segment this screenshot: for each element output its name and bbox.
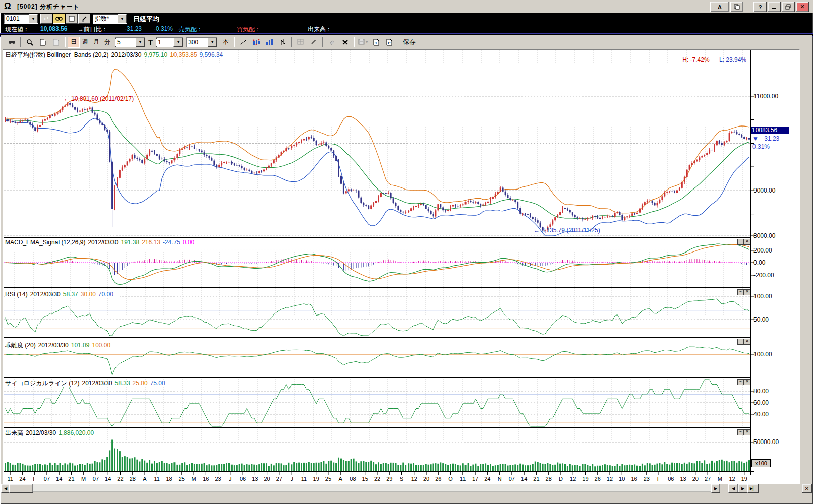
page-print-icon: P [386,39,392,46]
bar-count-combo[interactable]: 300 ▼ [186,37,217,47]
symbol-code-combo[interactable]: 0101 ▼ [4,14,38,24]
divider [20,37,21,47]
page-export-button[interactable]: 9 [370,37,382,48]
divider [322,37,323,47]
panel-minimize-button[interactable]: − [737,379,744,385]
period-week-button[interactable]: 週 [80,37,91,47]
tick-label: T [148,38,153,46]
x-axis-label: 19 [582,476,588,482]
eraser-button[interactable] [326,37,338,48]
x-axis-label: 18 [166,476,172,482]
panel-close-button[interactable]: ✕ [744,339,750,345]
x-axis-label: 29 [386,476,392,482]
t-combo[interactable]: 1 ▼ [156,37,183,47]
svg-text:P: P [388,41,391,45]
save-button[interactable]: 保存 [399,37,419,47]
pencil-icon [310,39,317,45]
scrollbar-thumb[interactable] [9,484,33,493]
x-axis-label: D [559,476,563,482]
brush-icon [81,16,88,22]
magnifier-icon [26,39,33,46]
period-minute-button[interactable]: 分 [102,37,113,47]
restore-button[interactable] [782,2,795,12]
chevron-down-icon: ▼ [365,40,369,44]
price-change-pct: 0.31% [752,143,770,150]
period-day-button[interactable]: 日 [68,37,80,48]
page-print-button[interactable]: P [383,37,395,48]
close-chart-button[interactable]: ✕ [802,484,812,493]
horizontal-scrollbar-track[interactable] [1,484,719,492]
delete-all-button[interactable] [339,37,351,48]
axis-label: 80.00 [753,388,769,395]
high-low-readout: H: -7.42% L: 23.94% [580,56,746,64]
panel-minimize-button[interactable]: − [737,289,744,295]
panel-minimize-button[interactable]: − [737,429,744,435]
current-price-label: 現在値： [5,25,29,34]
search-chart-button[interactable] [6,37,18,48]
page-back-button[interactable]: ◀ [728,484,738,493]
divider [354,37,355,47]
x-axis-label: 20 [264,476,270,482]
chevron-down-icon[interactable]: ▼ [136,38,145,47]
price-change-readout: ▼ 31.23 [752,135,779,142]
vertical-scrollbar[interactable] [800,49,810,484]
trendline-button[interactable] [237,37,249,48]
window-title: [5002] 分析チャート [17,3,80,11]
price-panel-header: 日経平均(指数) Bollinger_Bands (20,2)2012/03/3… [5,51,229,58]
page-forward-button[interactable]: ▶ [738,484,748,493]
close-button[interactable]: ✕ [796,2,809,12]
category-combo[interactable]: 指数* ▼ [93,14,127,24]
interval-combo[interactable]: 5 ▼ [115,37,145,47]
copy-window-button[interactable] [730,2,743,12]
binoculars-button[interactable] [53,14,65,24]
panel-close-button[interactable]: ✕ [744,239,750,245]
new-page-button[interactable] [37,37,49,48]
enter-button[interactable]: ↵ [40,14,52,24]
draw-button[interactable] [308,37,320,48]
copy-page-button[interactable] [50,37,62,48]
x-axis-label: 26 [435,476,441,482]
minimize-icon [772,5,777,9]
axis-label: 8000.00 [753,232,775,239]
page-icon [40,39,46,46]
save-layout-button[interactable]: ▼ [357,37,369,48]
axis-label: 200.00 [753,247,772,254]
chevron-down-icon[interactable]: ▼ [208,38,217,47]
axis-label: 11000.00 [753,93,778,100]
x-axis-label: A [143,476,146,482]
chevron-down-icon[interactable]: ▼ [29,14,38,23]
memo-button[interactable] [66,14,78,24]
brush-button[interactable] [78,14,90,24]
change-pct-value: -0.31% [154,25,173,32]
font-button[interactable]: A [710,2,729,12]
x-axis-label: J [290,476,293,482]
chevron-down-icon[interactable]: ▼ [173,38,183,47]
chart-type-candle-button[interactable] [250,37,262,48]
minimize-button[interactable] [768,2,781,12]
panel-close-button[interactable]: ✕ [744,429,750,435]
x-axis-label: 14 [521,476,527,482]
panel-minimize-button[interactable]: − [737,339,744,345]
disk-icon [358,39,365,45]
scroll-right-button[interactable]: ▶ [711,484,720,493]
x-icon [342,39,349,45]
period-month-button[interactable]: 月 [91,37,102,47]
help-button[interactable]: ? [753,2,767,12]
x-axis-label: 19 [313,476,319,482]
scale-updown-button[interactable] [276,37,288,48]
x-axis-label: 19 [741,476,747,482]
zoom-button[interactable] [24,37,36,48]
kairi-panel-header: 乖離度 (20)2012/03/30101.09100.00 [5,342,117,349]
x-axis-label: O [448,476,453,482]
page-gray-icon [53,39,59,46]
x-axis-label: M [718,476,722,482]
chart-type-bar-button[interactable] [263,37,275,48]
panel-close-button[interactable]: ✕ [744,289,750,295]
x-axis-label: 12 [570,476,576,482]
jump-latest-button[interactable]: ▶▏ [747,484,759,493]
chevron-down-icon[interactable]: ▼ [118,14,127,23]
panel-close-button[interactable]: ✕ [744,379,750,385]
grid-button[interactable] [295,37,307,48]
panel-minimize-button[interactable]: − [737,239,744,245]
candle-chart-icon [253,39,260,45]
